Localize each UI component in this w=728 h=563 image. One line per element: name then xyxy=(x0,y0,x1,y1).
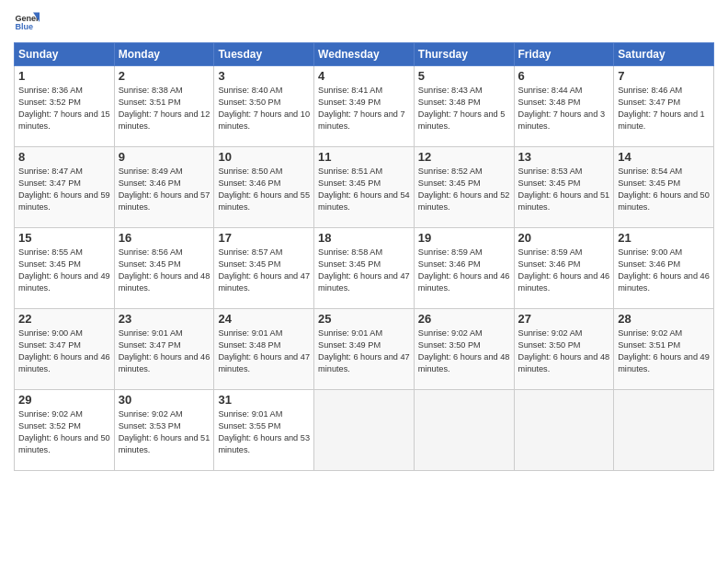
column-header-monday: Monday xyxy=(114,43,214,66)
calendar-cell: 2 Sunrise: 8:38 AM Sunset: 3:51 PM Dayli… xyxy=(114,66,214,147)
sunset-label: Sunset: 3:45 PM xyxy=(318,178,381,188)
day-number: 11 xyxy=(318,150,410,164)
calendar-cell: 30 Sunrise: 9:02 AM Sunset: 3:53 PM Dayl… xyxy=(114,390,214,471)
day-number: 18 xyxy=(318,231,410,245)
sunset-label: Sunset: 3:45 PM xyxy=(518,178,581,188)
daylight-label: Daylight: 6 hours and 49 minutes. xyxy=(618,352,710,373)
daylight-label: Daylight: 7 hours and 5 minutes. xyxy=(418,109,506,131)
day-info: Sunrise: 8:51 AM Sunset: 3:45 PM Dayligh… xyxy=(318,166,410,213)
calendar-cell: 24 Sunrise: 9:01 AM Sunset: 3:48 PM Dayl… xyxy=(214,309,314,390)
daylight-label: Daylight: 6 hours and 53 minutes. xyxy=(218,433,310,454)
sunset-label: Sunset: 3:50 PM xyxy=(218,98,280,107)
day-info: Sunrise: 9:01 AM Sunset: 3:48 PM Dayligh… xyxy=(218,327,310,375)
day-info: Sunrise: 9:01 AM Sunset: 3:55 PM Dayligh… xyxy=(218,408,310,456)
calendar-cell: 4 Sunrise: 8:41 AM Sunset: 3:49 PM Dayli… xyxy=(314,66,415,147)
sunrise-label: Sunrise: 8:52 AM xyxy=(418,167,483,176)
sunset-label: Sunset: 3:49 PM xyxy=(318,340,381,350)
calendar-cell: 15 Sunrise: 8:55 AM Sunset: 3:45 PM Dayl… xyxy=(15,228,115,309)
calendar-cell xyxy=(414,390,514,471)
calendar-cell xyxy=(614,390,714,471)
sunset-label: Sunset: 3:52 PM xyxy=(18,421,81,431)
logo: General Blue xyxy=(14,9,40,35)
sunrise-label: Sunrise: 9:01 AM xyxy=(318,328,382,338)
sunset-label: Sunset: 3:46 PM xyxy=(119,178,181,188)
sunrise-label: Sunrise: 8:58 AM xyxy=(318,247,382,257)
day-number: 29 xyxy=(18,393,110,407)
day-number: 15 xyxy=(18,231,110,245)
day-number: 13 xyxy=(518,150,610,164)
day-info: Sunrise: 8:58 AM Sunset: 3:45 PM Dayligh… xyxy=(318,247,410,294)
day-number: 12 xyxy=(418,150,510,164)
day-info: Sunrise: 9:02 AM Sunset: 3:51 PM Dayligh… xyxy=(618,327,710,375)
daylight-label: Daylight: 6 hours and 50 minutes. xyxy=(18,433,110,454)
column-header-friday: Friday xyxy=(514,43,614,66)
daylight-label: Daylight: 6 hours and 48 minutes. xyxy=(518,352,610,373)
sunrise-label: Sunrise: 8:40 AM xyxy=(218,86,282,95)
sunset-label: Sunset: 3:46 PM xyxy=(218,178,280,188)
sunrise-label: Sunrise: 8:44 AM xyxy=(518,86,583,95)
sunrise-label: Sunrise: 8:41 AM xyxy=(318,86,382,95)
day-info: Sunrise: 8:41 AM Sunset: 3:49 PM Dayligh… xyxy=(318,85,410,132)
sunset-label: Sunset: 3:47 PM xyxy=(618,98,680,107)
day-number: 2 xyxy=(119,69,210,83)
daylight-label: Daylight: 6 hours and 48 minutes. xyxy=(418,352,510,373)
sunset-label: Sunset: 3:45 PM xyxy=(18,259,81,269)
day-info: Sunrise: 9:00 AM Sunset: 3:47 PM Dayligh… xyxy=(18,327,110,375)
calendar-table: SundayMondayTuesdayWednesdayThursdayFrid… xyxy=(14,42,714,471)
day-number: 25 xyxy=(318,312,410,326)
sunrise-label: Sunrise: 8:51 AM xyxy=(318,167,382,176)
day-number: 1 xyxy=(18,69,110,83)
daylight-label: Daylight: 6 hours and 46 minutes. xyxy=(18,352,110,373)
calendar-cell: 14 Sunrise: 8:54 AM Sunset: 3:45 PM Dayl… xyxy=(614,147,714,228)
day-number: 28 xyxy=(618,312,710,326)
day-info: Sunrise: 8:47 AM Sunset: 3:47 PM Dayligh… xyxy=(18,166,110,213)
sunset-label: Sunset: 3:46 PM xyxy=(518,259,581,269)
sunrise-label: Sunrise: 8:46 AM xyxy=(618,86,682,95)
sunset-label: Sunset: 3:49 PM xyxy=(318,98,381,107)
day-number: 14 xyxy=(618,150,710,164)
calendar-cell: 5 Sunrise: 8:43 AM Sunset: 3:48 PM Dayli… xyxy=(414,66,514,147)
sunset-label: Sunset: 3:55 PM xyxy=(218,421,280,431)
day-info: Sunrise: 9:01 AM Sunset: 3:49 PM Dayligh… xyxy=(318,327,410,375)
sunrise-label: Sunrise: 9:01 AM xyxy=(218,328,282,338)
sunrise-label: Sunrise: 8:59 AM xyxy=(418,247,483,257)
day-info: Sunrise: 8:44 AM Sunset: 3:48 PM Dayligh… xyxy=(518,85,610,132)
day-info: Sunrise: 9:02 AM Sunset: 3:50 PM Dayligh… xyxy=(518,327,610,375)
calendar-cell: 19 Sunrise: 8:59 AM Sunset: 3:46 PM Dayl… xyxy=(414,228,514,309)
day-info: Sunrise: 8:46 AM Sunset: 3:47 PM Dayligh… xyxy=(618,85,710,132)
calendar-cell: 7 Sunrise: 8:46 AM Sunset: 3:47 PM Dayli… xyxy=(614,66,714,147)
daylight-label: Daylight: 7 hours and 7 minutes. xyxy=(318,109,405,131)
day-info: Sunrise: 8:40 AM Sunset: 3:50 PM Dayligh… xyxy=(218,85,310,132)
daylight-label: Daylight: 6 hours and 51 minutes. xyxy=(518,190,610,212)
day-number: 19 xyxy=(418,231,510,245)
day-info: Sunrise: 8:49 AM Sunset: 3:46 PM Dayligh… xyxy=(119,166,210,213)
daylight-label: Daylight: 6 hours and 59 minutes. xyxy=(18,190,110,212)
daylight-label: Daylight: 6 hours and 46 minutes. xyxy=(119,352,210,373)
calendar-cell: 23 Sunrise: 9:01 AM Sunset: 3:47 PM Dayl… xyxy=(114,309,214,390)
calendar-week-row: 8 Sunrise: 8:47 AM Sunset: 3:47 PM Dayli… xyxy=(15,147,714,228)
sunset-label: Sunset: 3:47 PM xyxy=(119,340,181,350)
day-number: 22 xyxy=(18,312,110,326)
day-number: 17 xyxy=(218,231,310,245)
calendar-cell: 20 Sunrise: 8:59 AM Sunset: 3:46 PM Dayl… xyxy=(514,228,614,309)
daylight-label: Daylight: 6 hours and 47 minutes. xyxy=(318,352,410,373)
sunset-label: Sunset: 3:50 PM xyxy=(518,340,581,350)
day-info: Sunrise: 9:02 AM Sunset: 3:53 PM Dayligh… xyxy=(119,408,210,456)
sunrise-label: Sunrise: 8:57 AM xyxy=(218,247,282,257)
sunrise-label: Sunrise: 8:56 AM xyxy=(119,247,183,257)
sunset-label: Sunset: 3:51 PM xyxy=(119,98,181,107)
day-info: Sunrise: 8:50 AM Sunset: 3:46 PM Dayligh… xyxy=(218,166,310,213)
day-number: 8 xyxy=(18,150,110,164)
calendar-week-row: 1 Sunrise: 8:36 AM Sunset: 3:52 PM Dayli… xyxy=(15,66,714,147)
day-number: 10 xyxy=(218,150,310,164)
day-number: 31 xyxy=(218,393,310,407)
calendar-cell: 29 Sunrise: 9:02 AM Sunset: 3:52 PM Dayl… xyxy=(15,390,115,471)
day-number: 3 xyxy=(218,69,310,83)
daylight-label: Daylight: 7 hours and 1 minute. xyxy=(618,109,705,131)
daylight-label: Daylight: 7 hours and 3 minutes. xyxy=(518,109,606,131)
sunrise-label: Sunrise: 9:00 AM xyxy=(18,328,83,338)
day-info: Sunrise: 8:57 AM Sunset: 3:45 PM Dayligh… xyxy=(218,247,310,294)
sunset-label: Sunset: 3:45 PM xyxy=(418,178,481,188)
day-number: 5 xyxy=(418,69,510,83)
sunset-label: Sunset: 3:48 PM xyxy=(518,98,581,107)
